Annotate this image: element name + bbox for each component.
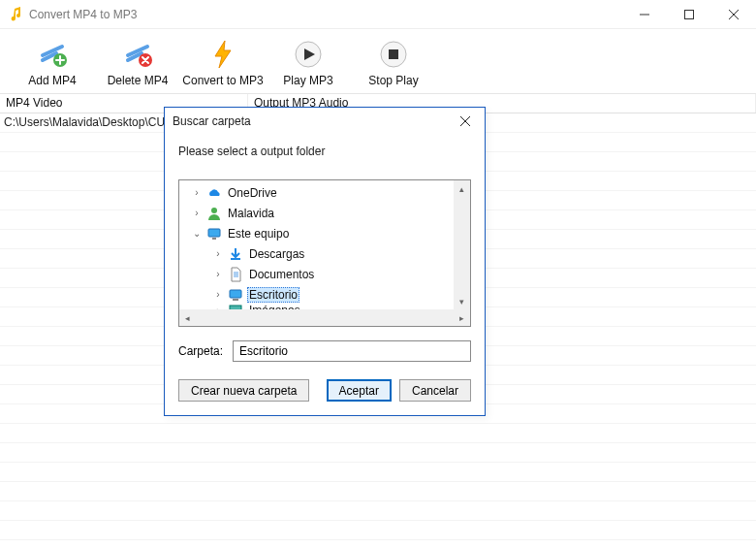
- dialog-close-button[interactable]: [454, 110, 477, 133]
- cancel-button[interactable]: Cancelar: [399, 379, 471, 402]
- table-row: [0, 501, 756, 521]
- scroll-right-icon[interactable]: ▸: [454, 309, 470, 326]
- chevron-right-icon[interactable]: ›: [191, 187, 203, 198]
- convert-button[interactable]: Convert to MP3: [180, 35, 266, 89]
- tree-label: Malavida: [226, 206, 276, 221]
- tree-label: Documentos: [247, 267, 316, 282]
- convert-label: Convert to MP3: [182, 74, 263, 87]
- table-row: [0, 521, 756, 540]
- close-button[interactable]: [711, 0, 756, 29]
- play-mp3-button[interactable]: Play MP3: [266, 35, 351, 89]
- horizontal-scrollbar[interactable]: ◂ ▸: [179, 309, 470, 326]
- svg-rect-1: [685, 10, 694, 18]
- window-title: Convert MP4 to MP3: [29, 8, 622, 21]
- svg-rect-13: [212, 238, 216, 240]
- table-row: [0, 443, 756, 463]
- scroll-up-icon[interactable]: ▴: [454, 180, 470, 197]
- delete-file-icon: [120, 37, 155, 72]
- tree-viewport[interactable]: › OneDrive › Malavida ⌄ Este equipo ›: [179, 180, 454, 309]
- folder-input[interactable]: [233, 340, 471, 362]
- svg-point-11: [211, 208, 217, 213]
- chevron-right-icon[interactable]: ›: [191, 208, 203, 218]
- app-music-note-icon: [8, 7, 23, 22]
- tree-node-documents[interactable]: › Documentos: [181, 264, 452, 284]
- tree-node-downloads[interactable]: › Descargas: [181, 243, 452, 264]
- toolbar: Add MP4 Delete MP4 Convert to MP3 Play M…: [0, 29, 756, 94]
- play-label: Play MP3: [283, 74, 332, 87]
- dialog-titlebar: Buscar carpeta: [165, 108, 485, 135]
- close-icon: [459, 115, 471, 127]
- table-row: [0, 424, 756, 443]
- monitor-icon: [206, 226, 222, 242]
- play-icon: [291, 37, 326, 72]
- add-file-icon: [35, 37, 70, 72]
- tree-node-this-pc[interactable]: ⌄ Este equipo: [181, 223, 452, 243]
- tree-node-user[interactable]: › Malavida: [181, 203, 452, 223]
- document-icon: [228, 267, 243, 282]
- delete-mp4-label: Delete MP4: [108, 74, 169, 87]
- folder-label: Carpeta:: [178, 344, 223, 358]
- browse-folder-dialog: Buscar carpeta Please select a output fo…: [164, 107, 486, 416]
- user-icon: [206, 206, 222, 221]
- add-mp4-label: Add MP4: [28, 74, 76, 87]
- stop-play-button[interactable]: Stop Play: [351, 35, 436, 89]
- svg-rect-14: [231, 258, 240, 260]
- svg-rect-8: [389, 49, 398, 59]
- svg-rect-16: [233, 299, 238, 301]
- table-row: [0, 463, 756, 482]
- dialog-title: Buscar carpeta: [173, 114, 454, 128]
- tree-node-desktop[interactable]: › Escritorio: [181, 284, 452, 305]
- new-folder-button[interactable]: Crear nueva carpeta: [178, 379, 309, 402]
- svg-rect-15: [230, 290, 241, 298]
- onedrive-icon: [206, 185, 222, 201]
- delete-mp4-button[interactable]: Delete MP4: [95, 35, 180, 89]
- chevron-right-icon[interactable]: ›: [212, 248, 224, 259]
- table-row: [0, 482, 756, 501]
- scroll-down-icon[interactable]: ▾: [454, 293, 470, 309]
- dialog-buttons: Crear nueva carpeta Aceptar Cancelar: [178, 379, 471, 402]
- tree-label: Escritorio: [247, 287, 299, 303]
- scroll-left-icon[interactable]: ◂: [179, 309, 196, 326]
- tree-label: Descargas: [247, 246, 306, 262]
- tree-label: Este equipo: [226, 226, 291, 242]
- minimize-button[interactable]: [622, 0, 667, 29]
- titlebar: Convert MP4 to MP3: [0, 0, 756, 29]
- lightning-convert-icon: [205, 37, 240, 72]
- desktop-icon: [228, 287, 243, 303]
- chevron-right-icon[interactable]: ›: [212, 269, 224, 279]
- download-arrow-icon: [228, 246, 243, 262]
- chevron-right-icon[interactable]: ›: [212, 289, 224, 300]
- vertical-scrollbar[interactable]: ▴ ▾: [454, 180, 470, 309]
- dialog-instruction: Please select a output folder: [178, 145, 471, 158]
- stop-label: Stop Play: [368, 74, 418, 87]
- window-controls: [622, 0, 756, 29]
- tree-label: OneDrive: [226, 185, 279, 201]
- ok-button[interactable]: Aceptar: [327, 379, 392, 402]
- maximize-button[interactable]: [667, 0, 711, 29]
- tree-node-onedrive[interactable]: › OneDrive: [181, 182, 452, 203]
- svg-rect-12: [208, 229, 220, 237]
- add-mp4-button[interactable]: Add MP4: [10, 35, 95, 89]
- folder-tree: › OneDrive › Malavida ⌄ Este equipo ›: [178, 179, 471, 327]
- folder-row: Carpeta:: [178, 340, 471, 362]
- chevron-down-icon[interactable]: ⌄: [191, 228, 203, 239]
- stop-icon: [376, 37, 411, 72]
